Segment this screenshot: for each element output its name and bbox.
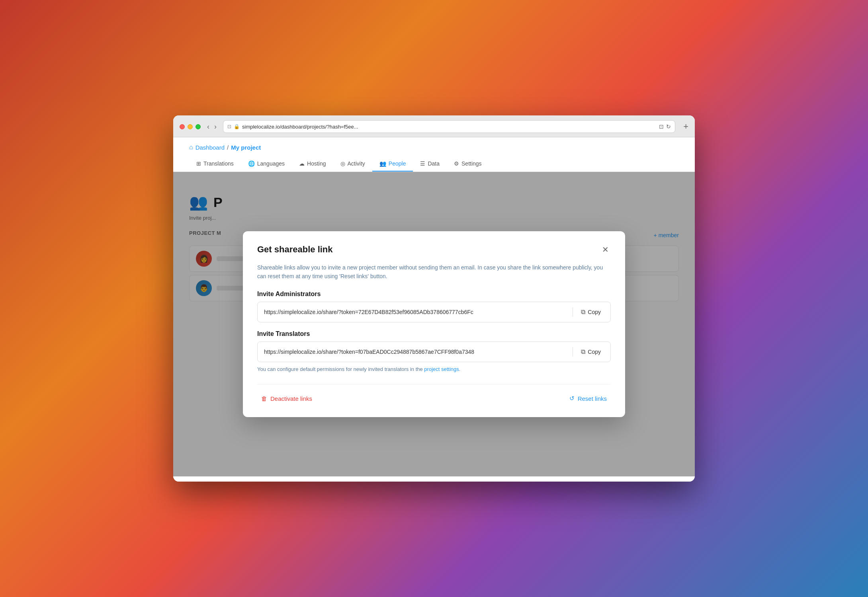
lock-icon: 🔒 <box>234 124 240 129</box>
tab-data[interactable]: ☰ Data <box>413 156 447 172</box>
forward-button[interactable]: › <box>213 122 218 132</box>
home-icon: ⌂ <box>189 144 193 151</box>
nav-arrows: ‹ › <box>205 122 218 132</box>
reset-label: Reset links <box>578 395 607 402</box>
deactivate-label: Deactivate links <box>270 395 312 402</box>
tab-data-label: Data <box>428 160 440 167</box>
tab-translations[interactable]: ⊞ Translations <box>189 156 241 172</box>
traffic-lights <box>180 124 201 129</box>
back-button[interactable]: ‹ <box>205 122 211 132</box>
reset-links-button[interactable]: ↺ Reset links <box>565 392 611 404</box>
tab-settings[interactable]: ⚙ Settings <box>447 156 489 172</box>
trash-icon: 🗑 <box>261 395 267 402</box>
nav-tabs: ⊞ Translations 🌐 Languages ☁ Hosting ◎ A… <box>189 156 679 172</box>
activity-icon: ◎ <box>340 160 345 167</box>
breadcrumb-project: My project <box>231 144 261 151</box>
people-icon: 👥 <box>379 160 386 167</box>
hosting-icon: ☁ <box>299 160 305 167</box>
translate-icon[interactable]: ⊡ <box>659 123 664 130</box>
modal-description: Shareable links allow you to invite a ne… <box>257 263 611 281</box>
admin-copy-label: Copy <box>588 309 601 315</box>
breadcrumb-dashboard[interactable]: Dashboard <box>195 144 225 151</box>
admin-copy-button[interactable]: ⧉ Copy <box>578 307 604 317</box>
modal-footer: 🗑 Deactivate links ↺ Reset links <box>257 384 611 404</box>
translator-link-url: https://simplelocalize.io/share/?token=f… <box>264 349 568 355</box>
translator-link-input-row: https://simplelocalize.io/share/?token=f… <box>257 341 611 362</box>
tab-settings-label: Settings <box>461 160 482 167</box>
address-url-text: simplelocalize.io/dashboard/projects/?ha… <box>242 124 657 130</box>
deactivate-links-button[interactable]: 🗑 Deactivate links <box>257 393 316 404</box>
copy-icon: ⧉ <box>581 308 585 316</box>
close-traffic-light[interactable] <box>180 124 185 129</box>
copy-icon-2: ⧉ <box>581 348 585 355</box>
note-suffix: . <box>459 366 461 372</box>
admin-link-input-row: https://simplelocalize.io/share/?token=7… <box>257 302 611 322</box>
translations-icon: ⊞ <box>196 160 201 167</box>
address-bar-icon: ⊡ <box>227 124 231 129</box>
address-bar[interactable]: ⊡ 🔒 simplelocalize.io/dashboard/projects… <box>223 120 675 133</box>
page-body: 👥 P Invite proj... PROJECT M + member 👩 … <box>173 172 695 476</box>
browser-top-bar: ‹ › ⊡ 🔒 simplelocalize.io/dashboard/proj… <box>180 120 688 133</box>
refresh-icon[interactable]: ↻ <box>666 123 671 130</box>
tab-languages[interactable]: 🌐 Languages <box>241 156 292 172</box>
project-settings-link[interactable]: project settings <box>424 366 459 372</box>
tab-hosting[interactable]: ☁ Hosting <box>292 156 333 172</box>
tab-activity[interactable]: ◎ Activity <box>333 156 372 172</box>
app-content: ⌂ Dashboard / My project ⊞ Translations … <box>173 137 695 482</box>
translators-note: You can configure default permissions fo… <box>257 365 611 373</box>
modal-overlay: Get shareable link ✕ Shareable links all… <box>173 172 695 476</box>
note-prefix: You can configure default permissions fo… <box>257 366 424 372</box>
tab-translations-label: Translations <box>203 160 234 167</box>
tab-people-label: People <box>389 160 406 167</box>
new-tab-button[interactable]: + <box>683 121 688 132</box>
tab-hosting-label: Hosting <box>307 160 326 167</box>
app-header: ⌂ Dashboard / My project ⊞ Translations … <box>173 137 695 172</box>
shareable-link-modal: Get shareable link ✕ Shareable links all… <box>243 231 625 417</box>
reset-icon: ↺ <box>569 395 575 402</box>
admin-section-title: Invite Administrators <box>257 291 611 298</box>
modal-close-button[interactable]: ✕ <box>600 244 611 255</box>
browser-window: ‹ › ⊡ 🔒 simplelocalize.io/dashboard/proj… <box>173 115 695 482</box>
translator-section-title: Invite Translators <box>257 330 611 338</box>
tab-activity-label: Activity <box>348 160 365 167</box>
copy-divider <box>573 307 573 317</box>
modal-title: Get shareable link <box>257 244 333 255</box>
fullscreen-traffic-light[interactable] <box>195 124 201 129</box>
settings-icon: ⚙ <box>454 160 459 167</box>
browser-chrome: ‹ › ⊡ 🔒 simplelocalize.io/dashboard/proj… <box>173 115 695 137</box>
breadcrumb-separator: / <box>227 144 229 151</box>
admin-link-url: https://simplelocalize.io/share/?token=7… <box>264 309 568 315</box>
tab-people[interactable]: 👥 People <box>372 156 413 172</box>
minimize-traffic-light[interactable] <box>188 124 193 129</box>
translator-copy-button[interactable]: ⧉ Copy <box>578 347 604 357</box>
data-icon: ☰ <box>420 160 425 167</box>
modal-header: Get shareable link ✕ <box>257 244 611 255</box>
address-actions: ⊡ ↻ <box>659 123 671 130</box>
breadcrumb: ⌂ Dashboard / My project <box>189 144 679 151</box>
copy-divider-2 <box>573 347 573 357</box>
translator-copy-label: Copy <box>588 349 601 355</box>
tab-languages-label: Languages <box>257 160 285 167</box>
languages-icon: 🌐 <box>248 160 255 167</box>
